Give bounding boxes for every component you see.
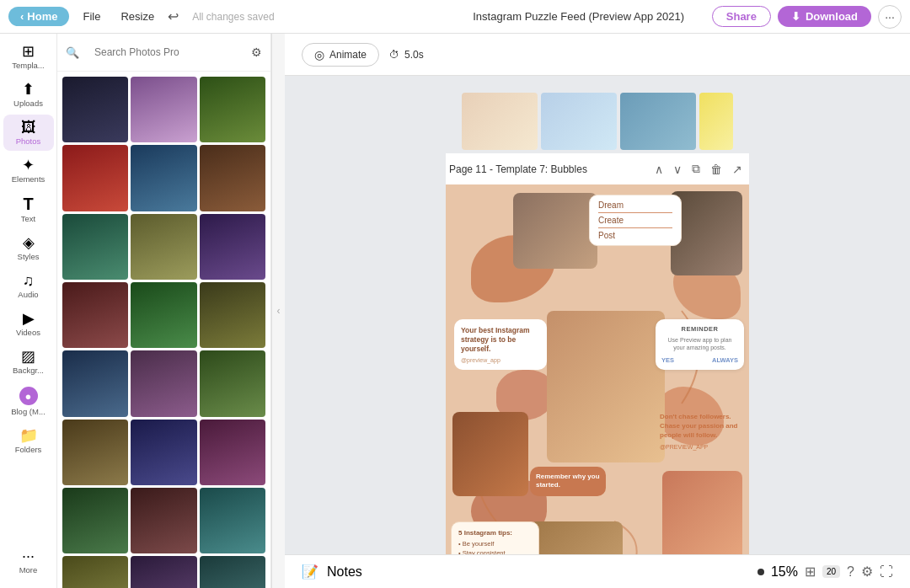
photo-person-bottom[interactable]: [530, 521, 623, 554]
notes-toggle-button[interactable]: 📝: [302, 564, 318, 580]
page-number-badge: 20: [822, 565, 840, 578]
sidebar-item-styles[interactable]: ◈ Styles: [3, 230, 54, 266]
reminder-yes-button[interactable]: YES: [661, 356, 674, 364]
folders-label: Folders: [15, 445, 42, 454]
list-item[interactable]: [131, 145, 196, 211]
photo-woman-main[interactable]: [547, 311, 665, 462]
list-item[interactable]: [62, 77, 128, 142]
undo-icon[interactable]: ↩: [168, 8, 179, 24]
list-item[interactable]: [62, 145, 128, 211]
download-button[interactable]: ⬇ Download: [778, 6, 871, 27]
icon-strip: ⊞ Templa... ⬆ Uploads 🖼 Photos ✦ Element…: [0, 34, 57, 588]
sidebar-item-blog[interactable]: ● Blog (M...: [3, 382, 54, 421]
reminder-card[interactable]: REMINDER Use Preview app to plan your am…: [656, 319, 744, 370]
blog-label: Blog (M...: [11, 407, 46, 416]
sidebar-item-text[interactable]: T Text: [3, 190, 54, 228]
reminder-body: Use Preview app to plan your amazing pos…: [661, 336, 738, 351]
prev-page-item[interactable]: [541, 93, 617, 150]
list-item[interactable]: [200, 214, 265, 280]
styles-label: Styles: [18, 252, 40, 261]
reminder-always-button[interactable]: ALWAYS: [712, 356, 738, 364]
filter-button[interactable]: ⚙: [251, 45, 262, 59]
timer-icon: ⏱: [389, 49, 399, 61]
page-delete-button[interactable]: 🗑: [707, 161, 725, 178]
prev-page-item[interactable]: [620, 93, 696, 150]
panel-collapse-handle[interactable]: ‹: [271, 34, 285, 588]
page-controls: ∧ ∨ ⧉ 🗑 ↗: [651, 160, 746, 178]
page-copy-button[interactable]: ⧉: [688, 160, 704, 178]
sidebar-item-templates[interactable]: ⊞ Templa...: [3, 39, 54, 75]
list-item[interactable]: [131, 282, 196, 348]
resize-button[interactable]: Resize: [114, 7, 161, 26]
page-collapse-up-button[interactable]: ∧: [651, 161, 666, 178]
list-item[interactable]: [62, 350, 128, 416]
sidebar-item-videos[interactable]: ▶ Videos: [3, 306, 54, 342]
sidebar-item-more[interactable]: ··· More: [3, 543, 54, 580]
page-11-title: Page 11 - Template 7: Bubbles: [449, 163, 646, 175]
page-collapse-down-button[interactable]: ∨: [670, 161, 685, 178]
list-item[interactable]: [131, 556, 196, 588]
sidebar-item-photos[interactable]: 🖼 Photos: [3, 115, 54, 151]
page-more-button[interactable]: ↗: [729, 161, 746, 178]
list-item[interactable]: [200, 145, 265, 211]
list-item[interactable]: [200, 556, 265, 588]
dream-create-post-card[interactable]: Dream Create Post: [589, 195, 682, 246]
prev-page-item[interactable]: [699, 93, 733, 150]
list-item[interactable]: [200, 77, 265, 142]
photos-panel: 🔍 ⚙: [57, 34, 271, 588]
strategy-card[interactable]: Your best Instagram strategy is to be yo…: [454, 319, 547, 370]
animate-button[interactable]: ◎ Animate: [302, 43, 379, 67]
timer-button[interactable]: ⏱ 5.0s: [389, 49, 424, 61]
collapse-icon: ‹: [277, 305, 281, 317]
list-item[interactable]: [131, 350, 196, 416]
design-canvas[interactable]: Dream Create Post Your best Instagram st…: [446, 184, 749, 554]
home-button[interactable]: ‹ Home: [8, 7, 69, 26]
elements-label: Elements: [12, 174, 46, 184]
fullscreen-button[interactable]: ⛶: [880, 564, 893, 580]
list-item[interactable]: [62, 556, 128, 588]
dont-chase-card[interactable]: Don't chase followers. Chase your passio…: [660, 412, 744, 450]
list-item[interactable]: [200, 350, 265, 416]
file-button[interactable]: File: [76, 7, 107, 26]
tips-card[interactable]: 5 Instagram tips: • Be yourself • Stay c…: [451, 521, 539, 554]
list-item[interactable]: [62, 488, 128, 553]
grid-view-button[interactable]: ⊞: [805, 564, 816, 580]
settings-button[interactable]: ⚙: [861, 564, 873, 580]
more-icon: ···: [22, 548, 35, 564]
ellipsis-icon: ···: [885, 10, 895, 24]
remember-card[interactable]: Remember why you started.: [530, 467, 606, 496]
photos-search-bar: 🔍 ⚙: [57, 34, 270, 72]
sidebar-item-uploads[interactable]: ⬆ Uploads: [3, 77, 54, 113]
canvas-scroll[interactable]: Page 11 - Template 7: Bubbles ∧ ∨ ⧉ 🗑 ↗: [285, 76, 910, 554]
list-item[interactable]: [62, 420, 128, 485]
dream-text: Dream: [598, 200, 672, 213]
list-item[interactable]: [200, 420, 265, 485]
list-item[interactable]: [131, 488, 196, 553]
photo-woman-bottom-right[interactable]: [662, 471, 742, 554]
canvas-area: ◎ Animate ⏱ 5.0s Page 11 - Template 7: B…: [285, 34, 910, 588]
photo-couple[interactable]: [513, 193, 597, 269]
list-item[interactable]: [200, 282, 265, 348]
help-button[interactable]: ?: [847, 564, 854, 580]
list-item[interactable]: [131, 420, 196, 485]
help-icon: ?: [847, 564, 854, 579]
bottombar: 📝 Notes 15% ⊞ 20 ? ⚙ ⛶: [285, 554, 910, 588]
list-item[interactable]: [62, 282, 128, 348]
audio-label: Audio: [18, 290, 38, 299]
photo-brick-wall[interactable]: [452, 412, 528, 496]
sidebar-item-folders[interactable]: 📁 Folders: [3, 423, 54, 459]
videos-icon: ▶: [23, 311, 35, 326]
text-icon: T: [23, 195, 33, 212]
list-item[interactable]: [200, 488, 265, 553]
list-item[interactable]: [131, 214, 196, 280]
sidebar-item-background[interactable]: ▨ Backgr...: [3, 344, 54, 380]
list-item[interactable]: [62, 214, 128, 280]
sidebar-item-elements[interactable]: ✦ Elements: [3, 152, 54, 189]
search-input[interactable]: [84, 42, 246, 62]
list-item[interactable]: [131, 77, 196, 142]
sidebar-item-audio[interactable]: ♫ Audio: [3, 268, 54, 304]
more-options-button[interactable]: ···: [878, 5, 902, 29]
share-button[interactable]: Share: [712, 6, 771, 27]
zoom-controls: 15% ⊞ 20 ? ⚙ ⛶: [757, 564, 893, 580]
prev-page-item[interactable]: [462, 93, 538, 150]
